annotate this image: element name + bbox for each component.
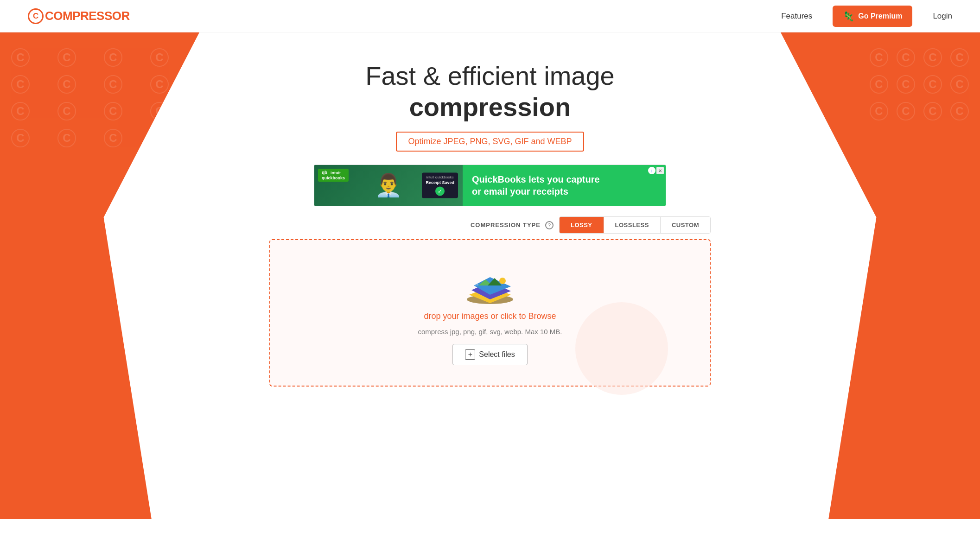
compression-btn-lossless[interactable]: LOSSLESS [604, 217, 660, 233]
nav-login-link[interactable]: Login [933, 12, 952, 21]
nav-premium-button[interactable]: 🦎 Go Premium [833, 6, 912, 27]
ad-container: qb intuitquickbooks 👨‍💼 intuit quickbook… [314, 165, 666, 206]
nav-features-link[interactable]: Features [781, 12, 812, 21]
logo-c-circle: C [28, 8, 44, 24]
nav-right: Features 🦎 Go Premium Login [781, 6, 952, 27]
hero-subtitle-badge: Optimize JPEG, PNG, SVG, GIF and WEBP [396, 132, 584, 152]
ad-headline-line1: QuickBooks lets you capture [472, 174, 600, 184]
ad-receipt-saved: Receipt Saved [426, 180, 454, 185]
hero-subtitle-text: Optimize JPEG, PNG, SVG, GIF and WEBP [408, 137, 572, 146]
gecko-emoji: 🦎 [843, 11, 854, 22]
main-content: C C C C C C C C C C C C C C C C C C C C … [0, 32, 980, 519]
dropzone-icon [465, 263, 515, 305]
hero-title-line1: Fast & efficient image [365, 61, 614, 90]
ad-qb-logo: qb intuitquickbooks [318, 169, 349, 182]
select-files-plus-icon: + [465, 349, 475, 360]
ad-text-section: QuickBooks lets you capture or email you… [463, 165, 666, 206]
select-files-button[interactable]: + Select files [452, 344, 527, 365]
premium-btn-label: Go Premium [858, 12, 902, 20]
dropzone-wrapper: drop your images or click to Browse comp… [263, 239, 717, 387]
hero-title-line2: compression [409, 92, 571, 121]
logo[interactable]: CCOMPRESSOR [28, 8, 130, 24]
ad-receipt-card: intuit quickbooks Receipt Saved ✓ [422, 173, 458, 198]
dropzone[interactable]: drop your images or click to Browse comp… [269, 239, 711, 387]
ad-receipt-check: ✓ [435, 187, 445, 196]
dropzone-circle-decoration [575, 302, 668, 395]
compression-btn-custom[interactable]: CUSTOM [660, 217, 710, 233]
ad-headline: QuickBooks lets you capture or email you… [472, 173, 600, 197]
select-files-label: Select files [479, 350, 515, 359]
compression-type-bar: COMPRESSION TYPE ? LOSSY LOSSLESS CUSTOM [263, 216, 717, 234]
ad-info-button[interactable]: i [648, 167, 655, 174]
compression-btn-lossy[interactable]: LOSSY [560, 217, 604, 233]
ad-banner[interactable]: qb intuitquickbooks 👨‍💼 intuit quickbook… [314, 165, 666, 206]
ad-close-button[interactable]: ✕ [656, 167, 664, 174]
ad-person-icon: 👨‍💼 [375, 172, 402, 198]
ad-image-section: qb intuitquickbooks 👨‍💼 intuit quickbook… [314, 165, 463, 206]
logo-text: COMPRESSOR [45, 9, 130, 23]
svg-point-6 [499, 278, 506, 284]
dropzone-secondary-text: compress jpg, png, gif, svg, webp. Max 1… [418, 328, 562, 336]
dropzone-primary-text: drop your images or click to Browse [424, 311, 556, 321]
ad-headline-line2: or email your receipts [472, 186, 568, 197]
hero-section: Fast & efficient image compression Optim… [0, 32, 980, 152]
compression-type-label: COMPRESSION TYPE [471, 222, 541, 228]
compression-info-icon[interactable]: ? [545, 221, 554, 229]
ad-qb-text: qb [322, 170, 327, 175]
compression-type-buttons: LOSSY LOSSLESS CUSTOM [559, 216, 711, 234]
navbar: CCOMPRESSOR Features 🦎 Go Premium Login [0, 0, 980, 32]
ad-receipt-brand: intuit quickbooks [426, 175, 454, 179]
ad-overlay-icons: i ✕ [648, 167, 664, 174]
hero-title: Fast & efficient image compression [9, 60, 971, 122]
